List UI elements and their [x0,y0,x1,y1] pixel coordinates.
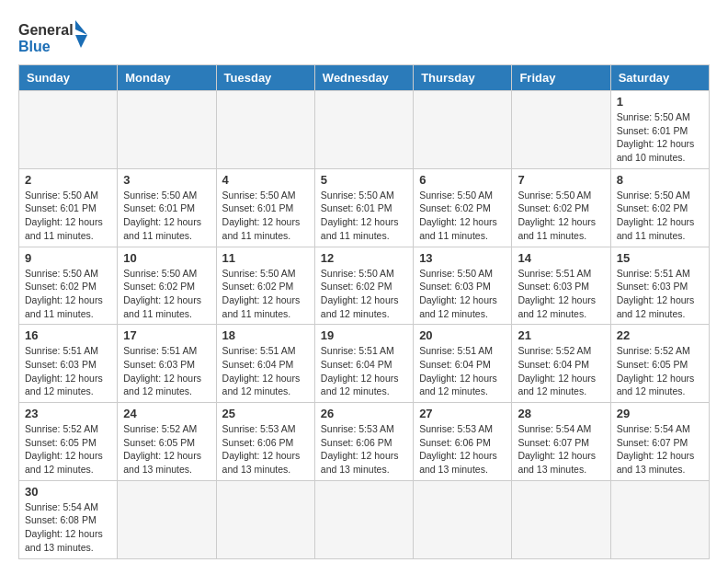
calendar-day-cell: 23Sunrise: 5:52 AM Sunset: 6:05 PM Dayli… [19,403,118,481]
day-info: Sunrise: 5:51 AM Sunset: 6:03 PM Dayligh… [123,344,210,398]
day-number: 8 [617,173,703,187]
page-header: GeneralBlue [18,18,710,55]
svg-marker-3 [75,35,87,48]
calendar-day-cell: 28Sunrise: 5:54 AM Sunset: 6:07 PM Dayli… [512,403,610,481]
day-number: 28 [518,407,604,420]
calendar-day-cell: 2Sunrise: 5:50 AM Sunset: 6:01 PM Daylig… [19,168,118,247]
calendar-day-cell: 5Sunrise: 5:50 AM Sunset: 6:01 PM Daylig… [314,168,413,247]
calendar-day-cell [414,91,512,169]
calendar-day-cell: 27Sunrise: 5:53 AM Sunset: 6:06 PM Dayli… [414,403,512,481]
calendar-day-cell [216,91,314,169]
calendar-day-cell [512,480,610,558]
calendar-day-cell: 10Sunrise: 5:50 AM Sunset: 6:02 PM Dayli… [118,247,216,325]
calendar-day-cell: 8Sunrise: 5:50 AM Sunset: 6:02 PM Daylig… [610,168,709,247]
calendar-day-cell: 24Sunrise: 5:52 AM Sunset: 6:05 PM Dayli… [118,403,216,481]
calendar-day-cell: 14Sunrise: 5:51 AM Sunset: 6:03 PM Dayli… [512,247,610,325]
logo-icon: GeneralBlue [18,18,92,55]
calendar-day-cell [314,480,413,558]
day-info: Sunrise: 5:50 AM Sunset: 6:02 PM Dayligh… [321,267,407,321]
day-number: 19 [321,328,407,342]
day-info: Sunrise: 5:50 AM Sunset: 6:01 PM Dayligh… [222,189,309,243]
day-info: Sunrise: 5:54 AM Sunset: 6:07 PM Dayligh… [518,422,604,477]
day-info: Sunrise: 5:53 AM Sunset: 6:06 PM Dayligh… [222,422,309,477]
calendar-day-cell [216,480,314,558]
day-number: 22 [617,328,703,342]
day-info: Sunrise: 5:53 AM Sunset: 6:06 PM Dayligh… [419,422,506,477]
calendar-day-cell [610,480,709,558]
calendar-week-row: 16Sunrise: 5:51 AM Sunset: 6:03 PM Dayli… [19,325,710,403]
day-number: 23 [25,407,111,420]
col-header-thursday: Thursday [414,65,512,91]
day-number: 11 [222,251,309,265]
col-header-friday: Friday [512,65,610,91]
calendar-table: SundayMondayTuesdayWednesdayThursdayFrid… [18,64,710,559]
col-header-saturday: Saturday [610,65,709,91]
day-info: Sunrise: 5:54 AM Sunset: 6:08 PM Dayligh… [25,500,111,555]
day-info: Sunrise: 5:50 AM Sunset: 6:02 PM Dayligh… [123,267,210,321]
calendar-day-cell: 7Sunrise: 5:50 AM Sunset: 6:02 PM Daylig… [512,168,610,247]
calendar-header-row: SundayMondayTuesdayWednesdayThursdayFrid… [19,65,710,91]
day-info: Sunrise: 5:51 AM Sunset: 6:03 PM Dayligh… [25,344,111,398]
calendar-day-cell: 17Sunrise: 5:51 AM Sunset: 6:03 PM Dayli… [118,325,216,403]
calendar-day-cell: 26Sunrise: 5:53 AM Sunset: 6:06 PM Dayli… [314,403,413,481]
calendar-day-cell [512,91,610,169]
day-number: 10 [123,251,210,265]
calendar-week-row: 1Sunrise: 5:50 AM Sunset: 6:01 PM Daylig… [19,91,710,169]
calendar-day-cell: 30Sunrise: 5:54 AM Sunset: 6:08 PM Dayli… [19,480,118,558]
calendar-day-cell: 11Sunrise: 5:50 AM Sunset: 6:02 PM Dayli… [216,247,314,325]
day-number: 20 [419,328,506,342]
day-number: 15 [617,251,703,265]
day-number: 4 [222,173,309,187]
svg-text:Blue: Blue [18,39,51,54]
col-header-wednesday: Wednesday [314,65,413,91]
day-number: 18 [222,328,309,342]
calendar-day-cell: 6Sunrise: 5:50 AM Sunset: 6:02 PM Daylig… [414,168,512,247]
day-info: Sunrise: 5:52 AM Sunset: 6:05 PM Dayligh… [617,344,703,398]
day-info: Sunrise: 5:50 AM Sunset: 6:02 PM Dayligh… [419,189,506,243]
day-info: Sunrise: 5:52 AM Sunset: 6:05 PM Dayligh… [25,422,111,477]
day-info: Sunrise: 5:50 AM Sunset: 6:01 PM Dayligh… [617,110,703,165]
svg-marker-2 [75,20,87,35]
calendar-day-cell: 29Sunrise: 5:54 AM Sunset: 6:07 PM Dayli… [610,403,709,481]
day-info: Sunrise: 5:51 AM Sunset: 6:04 PM Dayligh… [222,344,309,398]
day-info: Sunrise: 5:53 AM Sunset: 6:06 PM Dayligh… [321,422,407,477]
calendar-day-cell: 15Sunrise: 5:51 AM Sunset: 6:03 PM Dayli… [610,247,709,325]
day-number: 26 [321,407,407,420]
day-number: 25 [222,407,309,420]
day-number: 17 [123,328,210,342]
day-info: Sunrise: 5:52 AM Sunset: 6:04 PM Dayligh… [518,344,604,398]
day-info: Sunrise: 5:50 AM Sunset: 6:02 PM Dayligh… [25,267,111,321]
calendar-day-cell: 4Sunrise: 5:50 AM Sunset: 6:01 PM Daylig… [216,168,314,247]
col-header-sunday: Sunday [19,65,118,91]
calendar-day-cell [118,91,216,169]
calendar-week-row: 30Sunrise: 5:54 AM Sunset: 6:08 PM Dayli… [19,480,710,558]
day-number: 7 [518,173,604,187]
day-number: 27 [419,407,506,420]
col-header-tuesday: Tuesday [216,65,314,91]
day-number: 6 [419,173,506,187]
day-number: 21 [518,328,604,342]
calendar-day-cell: 18Sunrise: 5:51 AM Sunset: 6:04 PM Dayli… [216,325,314,403]
col-header-monday: Monday [118,65,216,91]
calendar-day-cell [314,91,413,169]
day-info: Sunrise: 5:50 AM Sunset: 6:02 PM Dayligh… [222,267,309,321]
day-info: Sunrise: 5:50 AM Sunset: 6:01 PM Dayligh… [25,189,111,243]
calendar-day-cell [118,480,216,558]
calendar-day-cell: 9Sunrise: 5:50 AM Sunset: 6:02 PM Daylig… [19,247,118,325]
day-number: 9 [25,251,111,265]
day-info: Sunrise: 5:51 AM Sunset: 6:03 PM Dayligh… [518,267,604,321]
calendar-day-cell: 1Sunrise: 5:50 AM Sunset: 6:01 PM Daylig… [610,91,709,169]
day-info: Sunrise: 5:50 AM Sunset: 6:03 PM Dayligh… [419,267,506,321]
calendar-day-cell [19,91,118,169]
calendar-day-cell: 22Sunrise: 5:52 AM Sunset: 6:05 PM Dayli… [610,325,709,403]
day-number: 5 [321,173,407,187]
day-info: Sunrise: 5:51 AM Sunset: 6:03 PM Dayligh… [617,267,703,321]
day-number: 24 [123,407,210,420]
calendar-day-cell: 19Sunrise: 5:51 AM Sunset: 6:04 PM Dayli… [314,325,413,403]
calendar-day-cell: 3Sunrise: 5:50 AM Sunset: 6:01 PM Daylig… [118,168,216,247]
calendar-week-row: 9Sunrise: 5:50 AM Sunset: 6:02 PM Daylig… [19,247,710,325]
day-number: 12 [321,251,407,265]
logo: GeneralBlue [18,18,92,55]
calendar-day-cell: 16Sunrise: 5:51 AM Sunset: 6:03 PM Dayli… [19,325,118,403]
day-number: 16 [25,328,111,342]
